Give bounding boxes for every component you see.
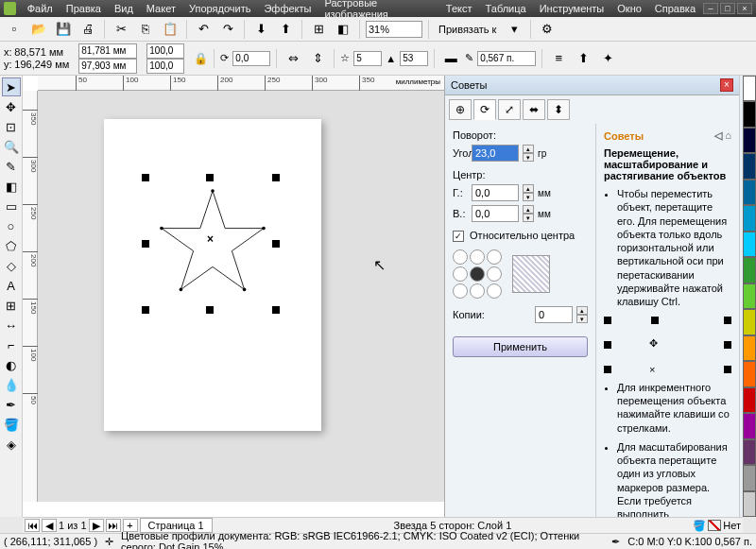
hints-back-icon[interactable]: ◁ <box>714 129 722 141</box>
fill-tool[interactable]: 🪣 <box>2 415 21 434</box>
canvas-area[interactable]: 50100 150200 250300 350 миллиметры 35030… <box>23 76 444 517</box>
zoom-tool[interactable]: 🔍 <box>2 137 21 156</box>
to-front-icon[interactable]: ⬆ <box>573 48 593 69</box>
center-h-input[interactable] <box>472 184 519 201</box>
tab-size[interactable]: ⬌ <box>523 99 545 120</box>
new-icon[interactable]: ▫ <box>4 19 25 40</box>
page[interactable]: × <box>104 119 321 431</box>
selection-handle[interactable] <box>142 174 149 181</box>
dropdown-icon[interactable]: ▾ <box>504 19 524 40</box>
center-v-input[interactable] <box>472 205 519 222</box>
welcome-icon[interactable]: ◧ <box>333 19 353 40</box>
anchor-grid[interactable] <box>453 249 502 299</box>
tab-rotate[interactable]: ⟳ <box>473 99 496 120</box>
menu-layout[interactable]: Макет <box>141 2 181 15</box>
color-swatch[interactable] <box>743 465 756 490</box>
color-swatch[interactable] <box>743 205 756 231</box>
copies-input[interactable] <box>535 306 573 323</box>
hints-home-icon[interactable]: ⌂ <box>725 129 731 141</box>
menu-edit[interactable]: Правка <box>60 2 107 15</box>
polygon-tool[interactable]: ⬠ <box>2 236 21 255</box>
lock-ratio-icon[interactable]: 🔒 <box>194 52 208 65</box>
copy-icon[interactable]: ⎘ <box>135 19 156 40</box>
color-swatch[interactable] <box>743 387 756 413</box>
color-swatch[interactable] <box>743 361 756 386</box>
undo-icon[interactable]: ↶ <box>193 19 214 40</box>
page-prev-icon[interactable]: ◀ <box>42 519 57 532</box>
docker-close-icon[interactable]: × <box>720 78 733 92</box>
window-maximize[interactable]: □ <box>720 3 735 14</box>
height-input[interactable] <box>78 59 137 74</box>
selection-handle[interactable] <box>206 174 214 181</box>
spin-down[interactable]: ▾ <box>523 214 534 222</box>
spin-up[interactable]: ▴ <box>523 205 534 214</box>
color-swatch[interactable] <box>743 283 756 309</box>
cut-icon[interactable]: ✂ <box>111 19 131 40</box>
outline-width-icon[interactable]: ▬ <box>440 48 461 69</box>
outline-pen-icon[interactable]: ✒ <box>611 536 620 548</box>
page-first-icon[interactable]: ⏮ <box>25 519 40 532</box>
spin-down[interactable]: ▾ <box>523 193 534 201</box>
docker-title-bar[interactable]: Советы × <box>445 76 739 95</box>
print-icon[interactable]: 🖨 <box>77 19 98 40</box>
menu-bitmaps[interactable]: Растровые изображения <box>318 0 438 21</box>
menu-arrange[interactable]: Упорядочить <box>183 2 256 15</box>
options-icon[interactable]: ⚙ <box>537 19 558 40</box>
table-tool[interactable]: ⊞ <box>2 296 21 315</box>
outline-width-input[interactable] <box>477 51 536 66</box>
color-swatch[interactable] <box>743 232 756 257</box>
interactive-tool[interactable]: ◐ <box>2 355 21 374</box>
color-swatch[interactable] <box>743 439 756 465</box>
tab-scale[interactable]: ⤢ <box>498 99 521 120</box>
color-swatch[interactable] <box>743 309 756 335</box>
page-next-icon[interactable]: ▶ <box>89 519 104 532</box>
relative-checkbox[interactable]: ✓ <box>453 231 464 242</box>
ruler-vertical[interactable]: 350300 250200 150100 50 <box>23 91 38 502</box>
color-swatch[interactable] <box>743 128 756 153</box>
tab-position[interactable]: ⊕ <box>449 99 472 120</box>
color-swatch[interactable] <box>743 491 756 517</box>
freehand-tool[interactable]: ✎ <box>2 157 21 176</box>
spin-down[interactable]: ▾ <box>523 153 534 162</box>
paste-icon[interactable]: 📋 <box>160 19 180 40</box>
spin-up[interactable]: ▴ <box>523 145 534 153</box>
width-input[interactable] <box>78 43 137 59</box>
menu-file[interactable]: Файл <box>22 2 59 15</box>
scale-x-input[interactable] <box>146 43 184 59</box>
spin-down[interactable]: ▾ <box>576 315 588 323</box>
selection-handle[interactable] <box>272 240 280 248</box>
apply-button[interactable]: Применить <box>453 336 588 357</box>
rotation-input[interactable] <box>232 51 270 66</box>
interactive-fill-tool[interactable]: ◈ <box>2 435 21 454</box>
star-object[interactable]: × <box>156 185 269 299</box>
selection-handle[interactable] <box>206 306 214 314</box>
smart-fill-tool[interactable]: ◧ <box>2 177 21 196</box>
color-swatch[interactable] <box>743 153 756 179</box>
menu-table[interactable]: Таблица <box>480 2 532 15</box>
menu-text[interactable]: Текст <box>440 2 478 15</box>
color-swatch[interactable] <box>743 335 756 361</box>
eyedropper-tool[interactable]: 💧 <box>2 375 21 394</box>
menu-tools[interactable]: Инструменты <box>534 2 610 15</box>
connector-tool[interactable]: ⌐ <box>2 335 21 354</box>
dimension-tool[interactable]: ↔ <box>2 316 21 335</box>
menu-help[interactable]: Справка <box>649 2 701 15</box>
selection-handle[interactable] <box>142 240 149 248</box>
crop-tool[interactable]: ⊡ <box>2 117 21 136</box>
selection-handle[interactable] <box>142 306 149 314</box>
selection-handle[interactable] <box>272 174 280 181</box>
color-swatch[interactable] <box>743 76 756 101</box>
star-points-input[interactable] <box>353 51 382 66</box>
window-minimize[interactable]: – <box>703 3 718 14</box>
tab-skew[interactable]: ⬍ <box>547 99 570 120</box>
basic-shapes-tool[interactable]: ◇ <box>2 256 21 275</box>
redo-icon[interactable]: ↷ <box>217 19 238 40</box>
mirror-h-icon[interactable]: ⇔ <box>283 48 303 69</box>
angle-input[interactable] <box>472 145 519 162</box>
pick-tool[interactable]: ➤ <box>2 77 21 96</box>
window-close[interactable]: × <box>737 3 752 14</box>
color-swatch[interactable] <box>743 257 756 283</box>
fill-swatch-icon[interactable]: 🪣 <box>693 520 706 532</box>
convert-curves-icon[interactable]: ✦ <box>597 48 618 69</box>
menu-window[interactable]: Окно <box>611 2 647 15</box>
